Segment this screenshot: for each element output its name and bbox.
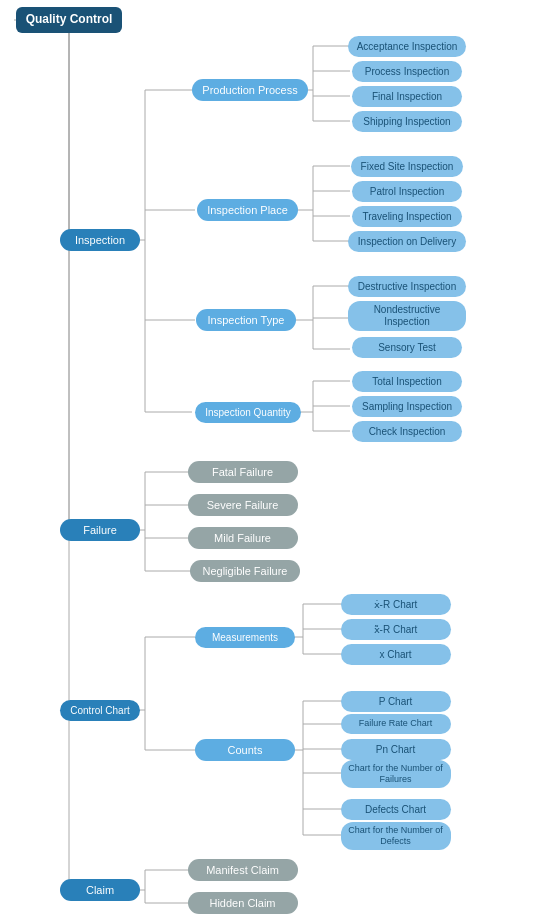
inspection-on-delivery-node: Inspection on Delivery — [348, 230, 466, 252]
xr-chart-node: ẋ-R Chart — [348, 593, 443, 615]
severe-failure-node: Severe Failure — [190, 493, 295, 517]
manifest-claim-node: Manifest Claim — [190, 858, 295, 882]
root-label: Quality Control — [16, 7, 123, 33]
control-chart-node: Control Chart — [55, 698, 145, 722]
sampling-inspection-label: Sampling Inspection — [352, 396, 462, 417]
final-inspection-node: Final Inspection — [348, 85, 466, 107]
counts-node: Counts — [190, 738, 300, 762]
chart-number-defects-label: Chart for the Number of Defects — [341, 822, 451, 850]
traveling-inspection-label: Traveling Inspection — [352, 206, 462, 227]
control-chart-label: Control Chart — [60, 700, 140, 721]
inspection-on-delivery-label: Inspection on Delivery — [348, 231, 466, 252]
inspection-place-label: Inspection Place — [197, 199, 298, 221]
failure-rate-chart-label: Failure Rate Chart — [341, 714, 451, 734]
defects-chart-node: Defects Chart — [348, 798, 443, 820]
mild-failure-node: Mild Failure — [190, 526, 295, 550]
final-inspection-label: Final Inspection — [352, 86, 462, 107]
acceptance-inspection-label: Acceptance Inspection — [348, 36, 466, 57]
pn-chart-label: Pn Chart — [341, 739, 451, 760]
xr-chart2-label: x̃-R Chart — [341, 619, 451, 640]
pn-chart-node: Pn Chart — [348, 738, 443, 760]
inspection-type-node: Inspection Type — [190, 308, 302, 332]
negligible-failure-label: Negligible Failure — [190, 560, 300, 582]
claim-label: Claim — [60, 879, 140, 901]
inspection-quantity-label: Inspection Quantity — [195, 402, 301, 423]
sensory-test-label: Sensory Test — [352, 337, 462, 358]
failure-rate-chart-node: Failure Rate Chart — [348, 713, 443, 735]
tree-diagram: Quality Control Inspection Production Pr… — [0, 0, 558, 920]
chart-number-failures-label: Chart for the Number of Failures — [341, 760, 451, 788]
inspection-type-label: Inspection Type — [196, 309, 296, 331]
inspection-label: Inspection — [60, 229, 140, 251]
total-inspection-label: Total Inspection — [352, 371, 462, 392]
failure-node: Failure — [55, 518, 145, 542]
negligible-failure-node: Negligible Failure — [190, 559, 300, 583]
chart-number-failures-node: Chart for the Number of Failures — [348, 758, 443, 790]
fatal-failure-node: Fatal Failure — [190, 460, 295, 484]
total-inspection-node: Total Inspection — [348, 370, 466, 392]
production-process-node: Production Process — [190, 78, 310, 102]
check-inspection-node: Check Inspection — [348, 420, 466, 442]
hidden-claim-node: Hidden Claim — [190, 891, 295, 915]
inspection-quantity-node: Inspection Quantity — [188, 400, 308, 424]
shipping-inspection-label: Shipping Inspection — [352, 111, 462, 132]
traveling-inspection-node: Traveling Inspection — [348, 205, 466, 227]
xr-chart-label: ẋ-R Chart — [341, 594, 451, 615]
fixed-site-inspection-node: Fixed Site Inspection — [348, 155, 466, 177]
counts-label: Counts — [195, 739, 295, 761]
root-node: Quality Control — [14, 8, 124, 32]
acceptance-inspection-node: Acceptance Inspection — [348, 35, 466, 57]
measurements-node: Measurements — [190, 625, 300, 649]
defects-chart-label: Defects Chart — [341, 799, 451, 820]
x-chart-node: x Chart — [348, 643, 443, 665]
x-chart-label: x Chart — [341, 644, 451, 665]
patrol-inspection-node: Patrol Inspection — [348, 180, 466, 202]
inspection-place-node: Inspection Place — [190, 198, 305, 222]
sensory-test-node: Sensory Test — [348, 336, 466, 358]
process-inspection-label: Process Inspection — [352, 61, 462, 82]
check-inspection-label: Check Inspection — [352, 421, 462, 442]
inspection-node: Inspection — [55, 228, 145, 252]
measurements-label: Measurements — [195, 627, 295, 648]
xr-chart2-node: x̃-R Chart — [348, 618, 443, 640]
fixed-site-inspection-label: Fixed Site Inspection — [351, 156, 464, 177]
sampling-inspection-node: Sampling Inspection — [348, 395, 466, 417]
manifest-claim-label: Manifest Claim — [188, 859, 298, 881]
claim-node: Claim — [55, 878, 145, 902]
destructive-inspection-label: Destructive Inspection — [348, 276, 466, 297]
shipping-inspection-node: Shipping Inspection — [348, 110, 466, 132]
process-inspection-node: Process Inspection — [348, 60, 466, 82]
chart-number-defects-node: Chart for the Number of Defects — [348, 820, 443, 852]
patrol-inspection-label: Patrol Inspection — [352, 181, 462, 202]
mild-failure-label: Mild Failure — [188, 527, 298, 549]
p-chart-label: P Chart — [341, 691, 451, 712]
severe-failure-label: Severe Failure — [188, 494, 298, 516]
p-chart-node: P Chart — [348, 690, 443, 712]
fatal-failure-label: Fatal Failure — [188, 461, 298, 483]
nondestructive-inspection-node: Nondestructive Inspection — [348, 300, 466, 332]
nondestructive-inspection-label: Nondestructive Inspection — [348, 301, 466, 331]
production-process-label: Production Process — [192, 79, 307, 101]
hidden-claim-label: Hidden Claim — [188, 892, 298, 914]
destructive-inspection-node: Destructive Inspection — [348, 275, 466, 297]
failure-label: Failure — [60, 519, 140, 541]
